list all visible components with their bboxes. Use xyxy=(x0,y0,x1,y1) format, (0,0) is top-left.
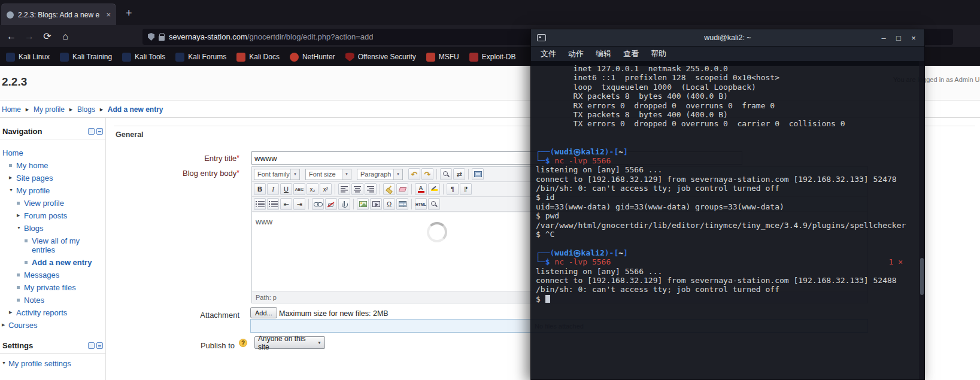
bookmark-kali-linux[interactable]: Kali Linux xyxy=(6,53,50,62)
bookmark-nethunter[interactable]: NetHunter xyxy=(290,53,335,62)
add-file-button[interactable]: Add... xyxy=(250,307,277,318)
expander-icon[interactable]: ▼ xyxy=(9,188,13,193)
anchor-button[interactable] xyxy=(338,198,350,210)
outdent-button[interactable]: ⇤ xyxy=(280,198,292,210)
terminal-menu-动作[interactable]: 动作 xyxy=(563,47,588,60)
tracking-shield-icon[interactable] xyxy=(148,33,154,41)
undo-button[interactable]: ↶ xyxy=(408,168,420,180)
back-icon[interactable]: ← xyxy=(2,31,20,42)
nav-item-view-profile[interactable]: View profile xyxy=(0,197,105,209)
fullscreen-button[interactable] xyxy=(472,168,484,180)
breadcrumb-link-my-profile[interactable]: My profile xyxy=(34,105,65,114)
bookmark-kali-training[interactable]: Kali Training xyxy=(60,53,112,62)
lock-icon[interactable] xyxy=(159,36,165,41)
terminal-menu-查看[interactable]: 查看 xyxy=(618,47,644,60)
subscript-button[interactable]: x₂ xyxy=(307,183,318,195)
table-button[interactable] xyxy=(396,198,408,210)
terminal-menu-帮助[interactable]: 帮助 xyxy=(646,47,671,60)
highlight-color-button[interactable] xyxy=(428,183,440,195)
bookmark-kali-docs[interactable]: Kali Docs xyxy=(236,53,280,62)
numbered-list-button[interactable] xyxy=(267,198,279,210)
chevron-down-icon[interactable]: ▼ xyxy=(342,169,351,180)
link-button[interactable] xyxy=(312,198,324,210)
terminal-menu-编辑[interactable]: 编辑 xyxy=(591,47,616,60)
find-replace-button[interactable]: ⇄ xyxy=(453,168,465,180)
special-char-button[interactable]: Ω xyxy=(383,198,395,210)
html-code-button[interactable]: HTML xyxy=(415,198,427,210)
indent-button[interactable]: ⇥ xyxy=(293,198,305,210)
nav-item-courses[interactable]: ▶Courses xyxy=(0,319,105,332)
nav-item-view-all-of-my-entries[interactable]: View all of my entries xyxy=(0,235,105,256)
bookmark-kali-tools[interactable]: Kali Tools xyxy=(122,53,165,62)
breadcrumb-link-add-a-new-entry[interactable]: Add a new entry xyxy=(108,105,163,114)
bookmark-exploit-db[interactable]: Exploit-DB xyxy=(469,53,516,62)
expander-icon[interactable]: ▶ xyxy=(9,175,12,180)
redo-button[interactable]: ↷ xyxy=(421,168,433,180)
expander-icon[interactable]: ▼ xyxy=(2,361,6,366)
superscript-button[interactable]: x² xyxy=(320,183,332,195)
nav-item-home[interactable]: Home xyxy=(0,147,105,159)
terminal-screen[interactable]: inet 127.0.0.1 netmask 255.0.0.0 inet6 :… xyxy=(531,61,924,379)
block-collapse-icon[interactable] xyxy=(96,342,103,349)
tab-close-icon[interactable]: × xyxy=(106,10,111,19)
image-button[interactable] xyxy=(357,198,369,210)
nav-item-add-a-new-entry[interactable]: Add a new entry xyxy=(0,256,105,269)
breadcrumb-link-blogs[interactable]: Blogs xyxy=(77,105,95,114)
reload-icon[interactable]: ⟳ xyxy=(38,31,56,42)
nav-item-my-home[interactable]: My home xyxy=(0,159,105,172)
help-icon[interactable]: ? xyxy=(239,339,247,347)
browser-tab[interactable]: 2.2.3: Blogs: Add a new e × xyxy=(1,4,116,25)
terminal-menu-文件[interactable]: 文件 xyxy=(536,47,561,60)
cleanup-button[interactable] xyxy=(383,183,395,195)
scrollbar-thumb[interactable] xyxy=(920,258,924,295)
breadcrumb-link-home[interactable]: Home xyxy=(2,105,21,114)
block-collapse-icon[interactable] xyxy=(96,128,103,135)
bookmark-kali-forums[interactable]: Kali Forums xyxy=(175,53,226,62)
nav-item-messages[interactable]: Messages xyxy=(0,269,105,281)
bookmark-offensive-security[interactable]: Offensive Security xyxy=(345,53,416,62)
strikethrough-button[interactable]: ABC xyxy=(293,183,305,195)
bookmark-msfu[interactable]: MSFU xyxy=(426,53,459,62)
unlink-button[interactable] xyxy=(325,198,337,210)
nav-item-site-pages[interactable]: ▶Site pages xyxy=(0,172,105,184)
font-color-button[interactable] xyxy=(415,183,427,195)
nav-item-my-profile[interactable]: ▼My profile xyxy=(0,184,105,197)
ltr-button[interactable]: ¶ xyxy=(447,183,459,195)
font-family-select[interactable]: Font family▼ xyxy=(254,169,300,180)
terminal-titlebar[interactable]: wudi@kali2: ~ – □ × xyxy=(531,29,924,47)
maximize-button[interactable]: □ xyxy=(894,34,903,42)
expander-icon[interactable]: ▶ xyxy=(17,213,20,218)
block-dock-icon[interactable] xyxy=(88,342,95,349)
new-tab-button[interactable]: + xyxy=(126,8,132,19)
chevron-down-icon[interactable]: ▼ xyxy=(393,169,402,180)
nav-item-blogs[interactable]: ▼Blogs xyxy=(0,222,105,235)
expander-icon[interactable]: ▶ xyxy=(9,310,12,315)
bold-button[interactable]: B xyxy=(254,183,266,195)
chevron-down-icon[interactable]: ▼ xyxy=(290,169,299,180)
underline-button[interactable]: U xyxy=(280,183,292,195)
close-button[interactable]: × xyxy=(909,34,918,42)
expander-icon[interactable]: ▶ xyxy=(2,323,5,327)
publish-to-select[interactable]: Anyone on this site ▼ xyxy=(254,336,325,349)
align-center-button[interactable] xyxy=(351,183,363,195)
terminal-scrollbar[interactable] xyxy=(919,61,924,379)
home-icon[interactable]: ⌂ xyxy=(56,31,74,42)
forward-icon[interactable]: → xyxy=(20,31,38,42)
block-dock-icon[interactable] xyxy=(88,128,95,135)
media-button[interactable] xyxy=(370,198,382,210)
rtl-button[interactable]: ¶ xyxy=(460,183,472,195)
minimize-button[interactable]: – xyxy=(879,34,888,42)
search-button[interactable] xyxy=(440,168,452,180)
expander-icon[interactable]: ▼ xyxy=(17,226,21,230)
format-select[interactable]: Paragraph▼ xyxy=(357,169,403,180)
font-size-select[interactable]: Font size▼ xyxy=(305,169,351,180)
remove-format-button[interactable] xyxy=(396,183,408,195)
nav-item-notes[interactable]: Notes xyxy=(0,294,105,306)
preview-button[interactable] xyxy=(428,198,440,210)
settings-item-my-profile-settings[interactable]: ▼My profile settings xyxy=(0,357,105,370)
align-right-button[interactable] xyxy=(365,183,377,195)
nav-item-activity-reports[interactable]: ▶Activity reports xyxy=(0,306,105,319)
nav-item-forum-posts[interactable]: ▶Forum posts xyxy=(0,209,105,222)
bullet-list-button[interactable] xyxy=(254,198,266,210)
italic-button[interactable]: I xyxy=(267,183,279,195)
